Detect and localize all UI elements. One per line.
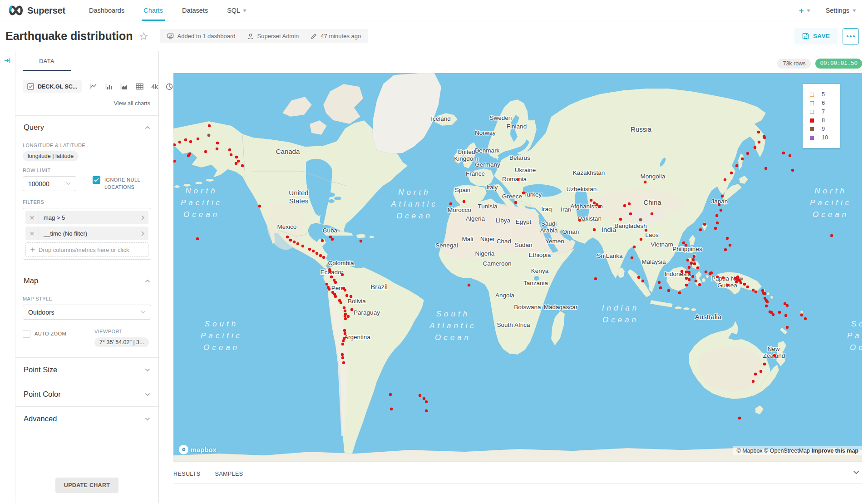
viz-type-selected[interactable]: DECK.GL SC... [23, 80, 82, 93]
earthquake-point[interactable] [752, 289, 755, 291]
earthquake-point[interactable] [637, 276, 640, 279]
improve-map-link[interactable]: Improve this map [812, 448, 859, 454]
settings-menu[interactable]: Settings [826, 7, 856, 14]
earthquake-point[interactable] [204, 150, 207, 153]
dashboards-meta[interactable]: Added to 1 dashboard [167, 33, 236, 39]
earthquake-point[interactable] [726, 284, 729, 286]
earthquake-point[interactable] [688, 266, 690, 269]
earthquake-point[interactable] [316, 252, 318, 255]
earthquake-point[interactable] [722, 276, 725, 279]
earthquake-point[interactable] [764, 292, 766, 295]
earthquake-point[interactable] [685, 271, 688, 273]
earthquake-point[interactable] [752, 380, 755, 383]
earthquake-point[interactable] [241, 164, 244, 167]
filter-item[interactable]: __time (No filter) [25, 227, 148, 240]
earthquake-point[interactable] [341, 273, 344, 276]
add-filter-drop-area[interactable]: Drop columns/metrics here or click [25, 242, 148, 257]
earthquake-point[interactable] [322, 256, 325, 259]
earthquake-point[interactable] [738, 417, 741, 419]
earthquake-point[interactable] [319, 254, 322, 257]
earthquake-point[interactable] [735, 281, 738, 283]
earthquake-point[interactable] [230, 153, 232, 156]
earthquake-point[interactable] [766, 301, 769, 303]
earthquake-point[interactable] [463, 200, 465, 203]
earthquake-point[interactable] [651, 212, 653, 215]
earthquake-point[interactable] [716, 276, 719, 278]
earthquake-point[interactable] [196, 237, 199, 240]
earthquake-point[interactable] [703, 223, 706, 226]
earthquake-point[interactable] [517, 178, 519, 181]
earthquake-point[interactable] [329, 270, 331, 273]
earthquake-point[interactable] [800, 314, 803, 316]
earthquake-point[interactable] [344, 317, 347, 320]
earthquake-point[interactable] [760, 370, 762, 373]
earthquake-point[interactable] [341, 356, 344, 359]
earthquake-point[interactable] [419, 394, 421, 397]
earthquake-point[interactable] [730, 172, 733, 174]
earthquake-point[interactable] [598, 205, 601, 208]
section-query-header[interactable]: Query [24, 123, 150, 132]
save-button[interactable]: SAVE [794, 28, 838, 44]
earthquake-point[interactable] [347, 315, 350, 318]
earthquake-point[interactable] [763, 135, 765, 138]
earthquake-point[interactable] [718, 203, 720, 206]
earthquake-point[interactable] [726, 237, 729, 240]
earthquake-point[interactable] [326, 283, 328, 286]
earthquake-point[interactable] [729, 244, 731, 247]
earthquake-point[interactable] [425, 409, 428, 412]
earthquake-point[interactable] [360, 240, 362, 242]
earthquake-point[interactable] [184, 138, 187, 141]
earthquake-point[interactable] [308, 248, 311, 251]
earthquake-point[interactable] [425, 400, 428, 403]
earthquake-point[interactable] [522, 192, 525, 194]
earthquake-point[interactable] [644, 181, 646, 183]
earthquake-point[interactable] [258, 205, 261, 207]
earthquake-point[interactable] [784, 302, 786, 305]
earthquake-point[interactable] [235, 156, 238, 158]
area-chart-icon[interactable] [120, 83, 128, 90]
earthquake-point[interactable] [698, 283, 701, 286]
earthquake-point[interactable] [629, 212, 632, 215]
earthquake-point[interactable] [330, 276, 333, 278]
more-options-button[interactable] [843, 28, 859, 44]
remove-filter-icon[interactable] [25, 211, 39, 224]
earthquake-point[interactable] [782, 152, 785, 154]
earthquake-point[interactable] [344, 332, 346, 335]
earthquake-point[interactable] [685, 277, 688, 280]
earthquake-point[interactable] [197, 138, 199, 140]
earthquake-point[interactable] [682, 242, 685, 244]
earthquake-point[interactable] [804, 317, 807, 320]
earthquake-point[interactable] [633, 246, 636, 248]
chevron-right-icon[interactable] [137, 231, 148, 236]
superset-logo[interactable]: Superset [8, 0, 65, 21]
earthquake-point[interactable] [593, 202, 596, 204]
earthquake-point[interactable] [740, 281, 742, 284]
mapbox-logo[interactable]: mapbox [179, 445, 217, 454]
earthquake-point[interactable] [688, 278, 690, 281]
earthquake-point[interactable] [786, 304, 789, 307]
owner-meta[interactable]: Superset Admin [247, 33, 299, 39]
earthquake-point[interactable] [710, 271, 713, 274]
last-modified-meta[interactable]: 47 minutes ago [311, 33, 361, 39]
earthquake-point[interactable] [619, 218, 622, 221]
row-limit-select[interactable]: 100000 [23, 176, 76, 191]
earthquake-point[interactable] [699, 228, 702, 231]
tab-results[interactable]: RESULTS [173, 471, 201, 477]
ignore-null-checkbox[interactable]: IGNORE NULL LOCATIONS [93, 176, 148, 191]
earthquake-point[interactable] [678, 291, 681, 294]
earthquake-point[interactable] [389, 393, 392, 396]
earthquake-point[interactable] [692, 258, 695, 261]
earthquake-point[interactable] [735, 164, 738, 167]
earthquake-point[interactable] [289, 239, 292, 242]
earthquake-point[interactable] [715, 214, 718, 217]
earthquake-point[interactable] [754, 373, 757, 375]
viewport-value-pill[interactable]: 7° 35' 54.02" | 3... [94, 337, 149, 347]
earthquake-point[interactable] [778, 311, 781, 314]
nav-item-datasets[interactable]: Datasets [174, 0, 216, 21]
earthquake-point[interactable] [721, 195, 724, 197]
earthquake-point[interactable] [667, 289, 670, 292]
section-point-color[interactable]: Point Color [23, 382, 151, 406]
earthquake-point[interactable] [331, 238, 334, 241]
nav-item-sql[interactable]: SQL [219, 0, 255, 21]
chevron-right-icon[interactable] [137, 215, 148, 220]
